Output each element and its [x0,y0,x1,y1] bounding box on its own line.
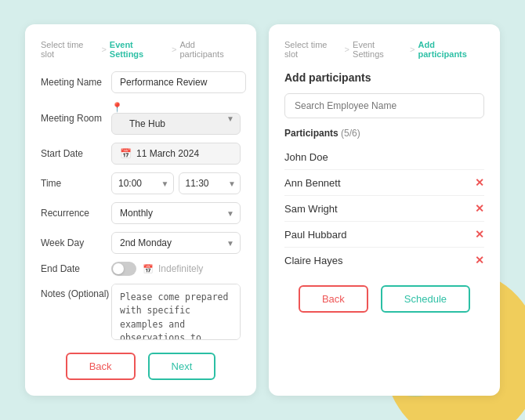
time-label: Time [41,178,111,189]
schedule-button[interactable]: Schedule [381,285,470,313]
participant-row: John Doe [284,145,484,170]
meeting-room-select[interactable]: The Hub [111,113,241,135]
recurrence-select-wrapper: Monthly ▼ [111,202,241,224]
time-start-select[interactable]: 10:00 [111,172,174,194]
calendar-icon: 📅 [120,148,132,159]
notes-row: Notes (Optional) Please come prepared wi… [41,284,241,340]
add-participants-title: Add participants [284,71,484,84]
end-date-display: 📅 Indefinitely [143,263,203,274]
participants-header: Participants (5/6) [284,128,484,139]
meeting-name-label: Meeting Name [41,77,111,88]
breadcrumb-r-sep1: > [345,45,349,54]
meeting-room-row: Meeting Room 📍 The Hub ▼ [41,101,241,135]
calendar-icon-small: 📅 [143,264,154,274]
left-panel-buttons: Back Next [41,353,241,380]
participant-row: Sam Wright ✕ [284,196,484,222]
breadcrumb-r-step2: Event Settings [353,40,407,59]
end-date-toggle[interactable] [111,262,136,276]
breadcrumb-step2: Event Settings [110,40,168,59]
recurrence-label: Recurrence [41,208,111,219]
breadcrumb-step1: Select time slot [41,40,98,59]
right-panel-buttons: Back Schedule [284,285,484,313]
participant-name: Claire Hayes [284,255,342,266]
start-date-row: Start Date 📅 11 March 2024 [41,143,241,165]
remove-participant-button[interactable]: ✕ [475,254,484,266]
recurrence-select[interactable]: Monthly [111,202,241,224]
remove-participant-button[interactable]: ✕ [475,176,484,189]
left-panel: Select time slot > Event Settings > Add … [25,24,256,396]
right-panel: Select time slot > Event Settings > Add … [269,24,500,396]
breadcrumb-sep2: > [172,45,176,54]
back-button-right[interactable]: Back [299,285,368,313]
meeting-room-label: Meeting Room [41,113,111,124]
time-row: Time 10:00 ▼ 11:30 ▼ [41,172,241,194]
end-date-toggle-wrap: 📅 Indefinitely [111,262,241,276]
start-date-display[interactable]: 📅 11 March 2024 [111,143,241,165]
breadcrumb-left: Select time slot > Event Settings > Add … [41,40,241,59]
notes-label: Notes (Optional) [41,284,111,299]
breadcrumb-r-sep2: > [410,45,415,54]
participants-label: Participants [284,128,339,139]
start-date-value: 11 March 2024 [136,148,199,159]
panels-container: Select time slot > Event Settings > Add … [9,9,516,411]
end-date-row: End Date 📅 Indefinitely [41,262,241,276]
time-controls: 10:00 ▼ 11:30 ▼ [111,172,241,194]
participant-name: Ann Bennett [284,177,341,189]
week-day-select[interactable]: 2nd Monday [111,232,241,254]
remove-participant-button[interactable]: ✕ [475,228,484,241]
end-date-placeholder: Indefinitely [158,263,203,274]
meeting-name-row: Meeting Name [41,71,241,93]
breadcrumb-r-step1: Select time slot [284,40,342,59]
location-icon: 📍 [111,102,123,113]
next-button[interactable]: Next [148,353,216,380]
recurrence-row: Recurrence Monthly ▼ [41,202,241,224]
week-day-row: Week Day 2nd Monday ▼ [41,232,241,254]
back-button-left[interactable]: Back [66,353,136,380]
participants-list: John Doe Ann Bennett ✕ Sam Wright ✕ Paul… [284,145,484,273]
time-end-wrapper: 11:30 ▼ [179,172,241,194]
time-end-select[interactable]: 11:30 [179,172,241,194]
toggle-knob [113,263,124,274]
participant-row: Claire Hayes ✕ [284,248,484,273]
participant-name: Sam Wright [284,203,338,215]
participant-row: Paul Hubbard ✕ [284,222,484,248]
week-day-select-wrapper: 2nd Monday ▼ [111,232,241,254]
participant-row: Ann Bennett ✕ [284,170,484,196]
breadcrumb-step3: Add participants [179,40,241,59]
notes-textarea[interactable]: Please come prepared with specific examp… [111,284,241,340]
search-employee-input[interactable] [284,93,484,118]
meeting-name-input[interactable] [111,71,246,93]
participant-name: Paul Hubbard [284,229,347,241]
participants-count: (5/6) [341,128,360,139]
time-start-wrapper: 10:00 ▼ [111,172,174,194]
breadcrumb-right: Select time slot > Event Settings > Add … [284,40,484,59]
meeting-room-select-wrapper: 📍 The Hub ▼ [111,101,241,135]
week-day-label: Week Day [41,237,111,248]
breadcrumb-sep1: > [101,45,106,54]
remove-participant-button[interactable]: ✕ [475,202,484,215]
participant-name: John Doe [284,151,328,163]
breadcrumb-r-step3: Add participants [418,40,484,59]
start-date-label: Start Date [41,148,111,159]
end-date-label: End Date [41,263,111,274]
